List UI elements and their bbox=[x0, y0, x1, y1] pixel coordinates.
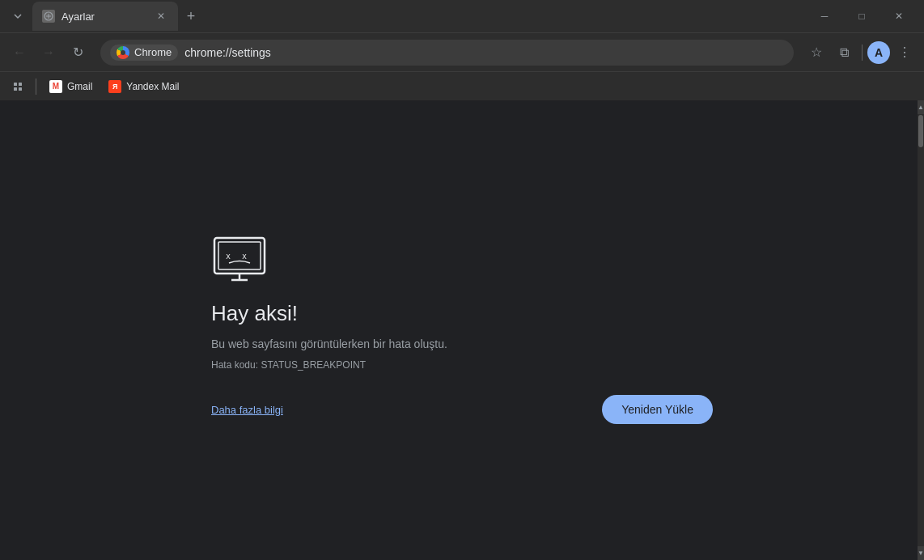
tab-title: Ayarlar bbox=[61, 11, 147, 23]
apps-grid-icon bbox=[14, 83, 22, 91]
url-text: chrome://settings bbox=[184, 46, 784, 59]
bookmark-button[interactable]: ☆ bbox=[803, 40, 829, 66]
profile-avatar[interactable]: A bbox=[867, 41, 890, 64]
error-container: x x Hay aksi! Bu web sayfasını görüntüle… bbox=[179, 236, 745, 424]
error-code: Hata kodu: STATUS_BREAKPOINT bbox=[211, 359, 366, 371]
navigation-bar: ← → ↻ Chrome chrome://settings ☆ ⧉ A ⋮ bbox=[0, 32, 924, 71]
active-tab[interactable]: Ayarlar ✕ bbox=[32, 2, 178, 31]
window-controls: ─ □ ✕ bbox=[806, 0, 918, 32]
reload-button[interactable]: Yeniden Yükle bbox=[602, 395, 713, 424]
nav-actions: ☆ ⧉ A ⋮ bbox=[803, 40, 918, 66]
page-content: x x Hay aksi! Bu web sayfasını görüntüle… bbox=[0, 100, 924, 560]
error-icon: x x bbox=[211, 236, 268, 285]
tab-list: Ayarlar ✕ + bbox=[32, 2, 803, 31]
new-tab-button[interactable]: + bbox=[180, 5, 202, 28]
minimize-button[interactable]: ─ bbox=[806, 0, 843, 32]
refresh-button[interactable]: ↻ bbox=[65, 40, 91, 66]
chrome-badge-label: Chrome bbox=[134, 46, 172, 58]
maximize-button[interactable]: □ bbox=[843, 0, 880, 32]
nav-divider bbox=[862, 45, 863, 61]
scroll-down-arrow[interactable]: ▼ bbox=[918, 546, 924, 560]
forward-button[interactable]: → bbox=[36, 40, 61, 66]
error-title: Hay aksi! bbox=[211, 301, 298, 326]
scrollbar[interactable]: ▲ ▼ bbox=[918, 100, 924, 560]
tab-dropdown-button[interactable] bbox=[6, 5, 29, 28]
bookmark-gmail[interactable]: M Gmail bbox=[43, 77, 99, 96]
yandex-favicon: Я bbox=[108, 80, 121, 93]
tab-favicon bbox=[42, 10, 55, 23]
bookmarks-divider bbox=[36, 78, 36, 95]
chrome-menu-button[interactable]: ⋮ bbox=[892, 40, 918, 66]
scrollbar-thumb[interactable] bbox=[918, 115, 923, 147]
close-button[interactable]: ✕ bbox=[880, 0, 918, 32]
svg-rect-1 bbox=[214, 238, 265, 274]
broken-screen-icon: x x bbox=[211, 236, 268, 282]
chrome-logo-icon bbox=[117, 46, 129, 59]
yandex-label: Yandex Mail bbox=[126, 81, 179, 92]
extensions-button[interactable]: ⧉ bbox=[831, 40, 857, 66]
scroll-up-arrow[interactable]: ▲ bbox=[918, 100, 924, 114]
title-bar: Ayarlar ✕ + ─ □ ✕ bbox=[0, 0, 924, 32]
error-actions: Daha fazla bilgi Yeniden Yükle bbox=[211, 395, 713, 424]
gmail-favicon: M bbox=[49, 80, 62, 93]
svg-text:x: x bbox=[242, 252, 247, 261]
apps-button[interactable] bbox=[6, 75, 29, 98]
tab-close-button[interactable]: ✕ bbox=[154, 9, 168, 23]
gmail-label: Gmail bbox=[67, 81, 92, 92]
chrome-badge: Chrome bbox=[110, 45, 178, 61]
back-button[interactable]: ← bbox=[6, 40, 32, 66]
error-description: Bu web sayfasını görüntülerken bir hata … bbox=[211, 336, 447, 353]
bookmark-yandex-mail[interactable]: Я Yandex Mail bbox=[102, 77, 185, 96]
svg-rect-2 bbox=[218, 242, 261, 269]
svg-text:x: x bbox=[226, 252, 231, 261]
more-info-link[interactable]: Daha fazla bilgi bbox=[211, 404, 283, 416]
bookmarks-bar: M Gmail Я Yandex Mail bbox=[0, 71, 924, 100]
address-bar[interactable]: Chrome chrome://settings bbox=[100, 40, 794, 66]
